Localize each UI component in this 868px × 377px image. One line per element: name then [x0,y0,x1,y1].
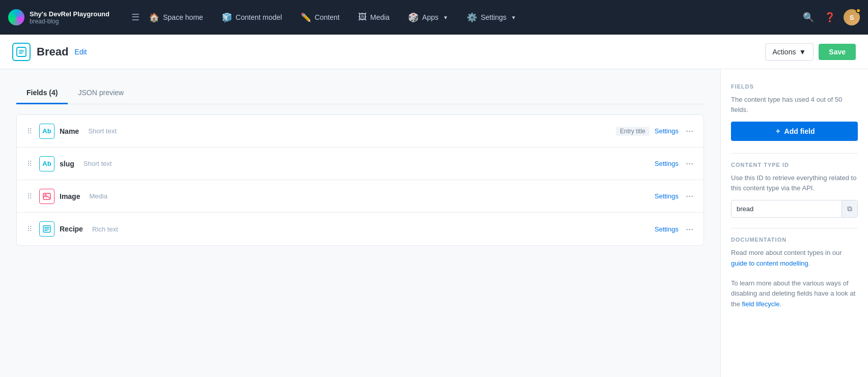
settings-chevron-icon: ▼ [511,15,516,20]
nav-links: 🏠 Space home 🧊 Content model ✏️ Content … [140,0,801,35]
settings-link-slug[interactable]: Settings [655,160,679,167]
edit-link[interactable]: Edit [74,48,87,56]
nav-content-model[interactable]: 🧊 Content model [212,0,291,35]
nav-settings[interactable]: ⚙️ Settings ▼ [457,0,526,35]
actions-chevron-icon: ▼ [799,48,806,56]
page-title: Bread [37,45,68,59]
content-icon: ✏️ [301,12,311,23]
add-field-label: Add field [784,127,815,135]
avatar-notification-badge [856,8,861,13]
field-type-icon-slug: Ab [39,156,55,171]
settings-link-image[interactable]: Settings [655,192,679,200]
app-name: Shy's DevRel Playground [30,10,110,18]
space-name: bread-blog [30,18,110,25]
help-button[interactable]: ❓ [822,10,837,25]
search-button[interactable]: 🔍 [801,10,816,25]
nav-apps[interactable]: 🎲 Apps ▼ [399,0,457,35]
field-type-recipe: Rich text [92,225,118,233]
field-type-image: Media [89,192,107,200]
field-name-label-image: Image [60,192,80,200]
nav-content-model-label: Content model [236,13,282,21]
field-name-label-recipe: Recipe [60,225,83,233]
apps-chevron-icon: ▼ [443,15,448,20]
brand-logo [8,9,24,25]
field-row-recipe: ⠿ Recipe Rich text Settings ··· [17,213,703,245]
drag-handle-name[interactable]: ⠿ [25,125,34,137]
brand-area: Shy's DevRel Playground bread-blog ☰ [8,9,140,25]
nav-apps-label: Apps [422,13,439,21]
tab-fields[interactable]: Fields (4) [16,83,68,104]
content-type-icon [12,43,31,61]
more-btn-name[interactable]: ··· [684,125,695,137]
home-icon: 🏠 [149,12,159,23]
nav-content[interactable]: ✏️ Content [291,0,349,35]
sidebar-divider-2 [731,228,858,228]
tab-json-preview[interactable]: JSON preview [68,83,133,104]
more-btn-image[interactable]: ··· [684,190,695,202]
settings-icon: ⚙️ [467,12,477,23]
nav-settings-label: Settings [481,13,507,21]
main-content: Fields (4) JSON preview ⠿ Ab Name Short … [0,69,720,377]
page-header-right: Actions ▼ Save [765,43,856,61]
field-name-label: Name [60,127,79,135]
fields-list: ⠿ Ab Name Short text Entry title Setting… [16,114,704,246]
field-row-slug: ⠿ Ab slug Short text Settings ··· [17,148,703,180]
field-row-image: ⠿ Image Media Settings ··· [17,180,703,213]
page-header: Bread Edit Actions ▼ Save [0,35,868,69]
more-btn-recipe[interactable]: ··· [684,223,695,236]
avatar[interactable]: S [844,9,860,25]
sidebar-content-type-id-desc: Use this ID to retrieve everything relat… [731,173,858,193]
sidebar-fields-desc: The content type has used 4 out of 50 fi… [731,95,858,114]
doc-text-1: Read more about content types in our gui… [731,248,858,269]
content-model-icon: 🧊 [222,12,232,23]
add-field-plus-icon: ＋ [774,127,781,136]
doc-text-2: To learn more about the various ways of … [731,278,858,310]
sidebar-fields-title: FIELDS [731,83,858,90]
save-button[interactable]: Save [819,44,856,60]
nav-media[interactable]: 🖼 Media [349,0,399,35]
brand-text: Shy's DevRel Playground bread-blog [30,10,110,25]
nav-media-label: Media [370,13,390,21]
field-type-icon-recipe [39,221,55,237]
actions-button[interactable]: Actions ▼ [765,43,814,61]
doc-link-field-lifecycle[interactable]: field lifecycle [742,300,780,308]
hamburger-button[interactable]: ☰ [131,12,140,23]
content-type-id-input[interactable] [731,201,842,217]
top-navigation: Shy's DevRel Playground bread-blog ☰ 🏠 S… [0,0,868,35]
field-type-icon-name: Ab [39,124,55,139]
sidebar: FIELDS The content type has used 4 out o… [720,69,868,377]
main-layout: Fields (4) JSON preview ⠿ Ab Name Short … [0,69,868,377]
drag-handle-recipe[interactable]: ⠿ [25,223,34,235]
field-badge-name: Entry title [616,127,649,136]
field-row-name: ⠿ Ab Name Short text Entry title Setting… [17,115,703,148]
tabs: Fields (4) JSON preview [16,83,704,104]
doc-link-content-modelling[interactable]: guide to content modelling [731,259,808,267]
nav-actions: 🔍 ❓ S [801,9,860,25]
more-btn-slug[interactable]: ··· [684,157,695,170]
nav-content-label: Content [315,13,340,21]
sidebar-documentation-title: DOCUMENTATION [731,237,858,243]
copy-button[interactable]: ⧉ [842,200,857,217]
settings-link-recipe[interactable]: Settings [655,225,679,233]
apps-icon: 🎲 [408,12,419,23]
field-type-slug: Short text [84,160,112,167]
nav-space-home-label: Space home [163,13,203,21]
sidebar-divider-1 [731,153,858,154]
nav-space-home[interactable]: 🏠 Space home [140,0,212,35]
sidebar-content-type-id-title: CONTENT TYPE ID [731,162,858,168]
field-name-label-slug: slug [60,160,74,168]
content-type-id-input-wrap: ⧉ [731,200,858,218]
page-header-left: Bread Edit [12,43,765,61]
field-type-icon-image [39,189,55,204]
settings-link-name[interactable]: Settings [655,127,679,135]
drag-handle-slug[interactable]: ⠿ [25,158,34,170]
field-type-name: Short text [88,127,117,135]
actions-label: Actions [773,48,796,56]
drag-handle-image[interactable]: ⠿ [25,190,34,202]
add-field-button[interactable]: ＋ Add field [731,122,858,141]
media-icon: 🖼 [358,12,367,22]
